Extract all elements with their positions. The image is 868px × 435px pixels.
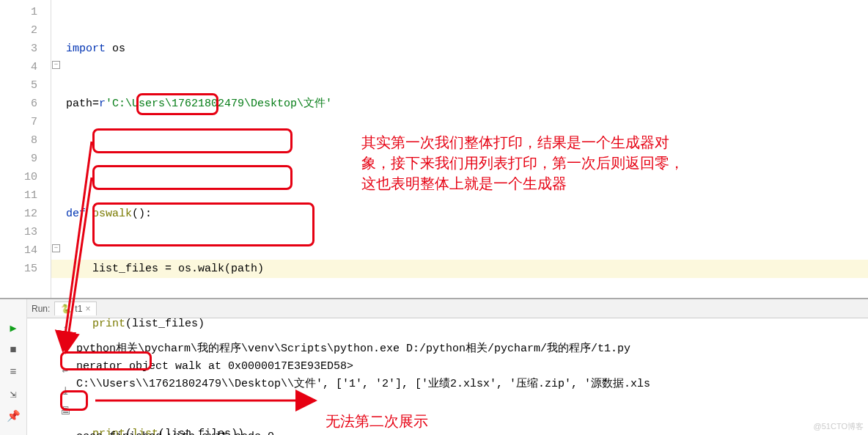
code-text: path=: [66, 98, 99, 110]
console-output[interactable]: D:\python相关\pycharm\我的程序\venv\Scripts\py…: [49, 318, 868, 435]
console-line: <generator object walk at 0x0000017E3E93…: [56, 360, 353, 373]
line-number: 1: [0, 3, 37, 21]
line-number-gutter: 1 2 3 4 5 6 7 8 9 10 11 12 13 14 15: [0, 0, 51, 298]
code-text: list_files = os.walk(path): [66, 263, 264, 275]
line-number: 10: [0, 168, 37, 186]
keyword: def: [66, 208, 86, 220]
line-number: 5: [0, 76, 37, 95]
close-icon[interactable]: ×: [85, 304, 90, 314]
code-text: os: [106, 43, 125, 55]
console-line: Process finished with exit code 0: [56, 431, 274, 435]
down-arrow-icon[interactable]: ↓: [59, 343, 72, 357]
line-number: 6: [0, 95, 37, 113]
line-number: 7: [0, 113, 37, 131]
line-number: 11: [0, 186, 37, 205]
code-text: ():: [132, 208, 152, 220]
run-tabs: Run: 🐍 t1 ×: [27, 299, 868, 318]
line-number: 12: [0, 205, 37, 223]
fold-toggle-icon[interactable]: −: [52, 61, 60, 69]
run-panel: ▶ ■ ≡ ⇲ 📌 Run: 🐍 t1 × ↑ ↓ ↩ ⤓ 🖶 D:\pytho…: [0, 299, 868, 435]
soft-wrap-icon[interactable]: ↩: [59, 364, 72, 377]
console-line: D:\python相关\pycharm\我的程序\venv\Scripts\py…: [56, 343, 630, 355]
run-label: Run:: [32, 304, 50, 314]
line-number: 4: [0, 58, 37, 76]
print-icon[interactable]: 🖶: [59, 405, 72, 418]
keyword: r: [99, 98, 106, 110]
layout-icon[interactable]: ≡: [7, 365, 20, 379]
python-file-icon: 🐍: [61, 304, 72, 314]
run-tab[interactable]: 🐍 t1 ×: [54, 301, 97, 315]
line-number: 3: [0, 40, 37, 58]
line-number: 8: [0, 131, 37, 150]
exit-icon[interactable]: ⇲: [7, 387, 20, 401]
string-literal: 'C:\Users\17621802479\Desktop\文件': [106, 98, 332, 110]
run-toolbar: ▶ ■ ≡ ⇲ 📌: [0, 299, 27, 435]
function-name: oswalk: [86, 208, 132, 220]
up-arrow-icon[interactable]: ↑: [59, 323, 72, 336]
pin-icon[interactable]: 📌: [7, 409, 20, 423]
console-toolbar: ↑ ↓ ↩ ⤓ 🖶: [54, 318, 76, 435]
line-number: 14: [0, 241, 37, 260]
line-number: 9: [0, 150, 37, 168]
tab-title: t1: [75, 304, 82, 314]
watermark: @51CTO博客: [814, 421, 864, 432]
fold-column: − −: [51, 0, 62, 298]
code-editor[interactable]: 1 2 3 4 5 6 7 8 9 10 11 12 13 14 15 − − …: [0, 0, 868, 299]
keyword: import: [66, 43, 106, 55]
annotation-text: 其实第一次我们整体打印，结果是一个生成器对 象，接下来我们用列表打印，第一次后则…: [361, 132, 684, 194]
line-number: 2: [0, 21, 37, 40]
rerun-icon[interactable]: ▶: [7, 321, 20, 335]
fold-toggle-icon[interactable]: −: [52, 244, 60, 252]
line-number: 13: [0, 223, 37, 241]
stop-icon[interactable]: ■: [7, 343, 20, 357]
scroll-icon[interactable]: ⤓: [59, 384, 72, 398]
console-line: [('C:\\Users\\17621802479\\Desktop\\文件',…: [56, 378, 650, 390]
annotation-text: 无法第二次展示: [326, 411, 428, 431]
line-number: 15: [0, 260, 37, 278]
